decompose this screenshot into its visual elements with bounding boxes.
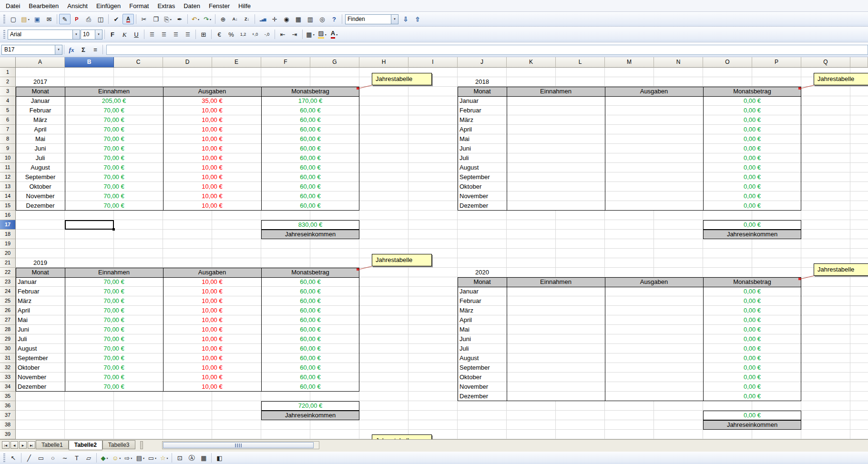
cell-O18[interactable]: Jahreseinkommen <box>703 230 801 239</box>
cell-A7[interactable]: April <box>16 125 65 134</box>
find-replace-button[interactable]: ◉ <box>281 14 292 24</box>
font-name-dropdown-icon[interactable]: ▼ <box>72 30 80 39</box>
cell-D25[interactable]: 10,00 € <box>163 296 261 306</box>
edit-points-button[interactable]: ⊡ <box>174 453 185 463</box>
cell-A5[interactable]: Februar <box>16 106 65 115</box>
navigator-button[interactable]: ✛ <box>269 14 280 24</box>
column-header-m[interactable]: M <box>605 57 654 68</box>
cell-F13[interactable]: 60,00 € <box>261 182 359 192</box>
font-size-dropdown-icon[interactable]: ▼ <box>95 30 102 39</box>
cell-O25[interactable]: 0,00 € <box>703 296 801 306</box>
row-header-6[interactable]: 6 <box>0 115 16 125</box>
row-header-10[interactable]: 10 <box>0 153 16 163</box>
cell-J13[interactable]: Oktober <box>458 182 507 192</box>
merge-cells-button[interactable]: ⊞ <box>198 29 209 40</box>
rectangle-button[interactable]: ▭ <box>35 453 47 463</box>
cell-J35[interactable]: Dezember <box>458 392 507 401</box>
cell-O9[interactable]: 0,00 € <box>703 144 801 153</box>
hyperlink-button[interactable]: ⊕ <box>217 14 229 24</box>
menu-format[interactable]: Format <box>125 1 153 11</box>
decrease-indent-button[interactable]: ⇤ <box>277 29 288 40</box>
cell-K3[interactable]: Einnahmen <box>507 87 605 96</box>
column-header-a[interactable]: A <box>16 57 65 68</box>
print-button[interactable]: ⎙ <box>83 14 94 24</box>
row-header-17[interactable]: 17 <box>0 220 16 230</box>
cell-A32[interactable]: Oktober <box>16 363 65 373</box>
horizontal-scrollbar[interactable] <box>162 441 319 449</box>
cell-D13[interactable]: 10,00 € <box>163 182 261 192</box>
cell-F7[interactable]: 60,00 € <box>261 125 359 134</box>
auto-spellcheck-button[interactable]: A <box>123 14 134 24</box>
row-header-27[interactable]: 27 <box>0 315 16 325</box>
cell-F29[interactable]: 60,00 € <box>261 334 359 344</box>
align-left-button[interactable]: ☰ <box>146 29 158 40</box>
toolbar-grip-icon[interactable] <box>3 454 5 462</box>
open-button[interactable]: ▤▾ <box>20 14 31 24</box>
row-header-37[interactable]: 37 <box>0 411 16 420</box>
toolbar-grip-icon[interactable] <box>3 30 5 39</box>
cell-O5[interactable]: 0,00 € <box>703 106 801 115</box>
cell-F23[interactable]: 60,00 € <box>261 277 359 287</box>
cell-J5[interactable]: Februar <box>458 106 507 115</box>
ellipse-button[interactable]: ○ <box>47 453 59 463</box>
cell-O15[interactable]: 0,00 € <box>703 201 801 211</box>
cell-A13[interactable]: Oktober <box>16 182 65 192</box>
cell-O4[interactable]: 0,00 € <box>703 96 801 106</box>
cell-J22[interactable]: 2020 <box>458 268 507 277</box>
cell-J31[interactable]: August <box>458 353 507 363</box>
cell-A27[interactable]: Mai <box>16 315 65 325</box>
row-header-36[interactable]: 36 <box>0 401 16 411</box>
sort-ascending-button[interactable]: A↓ <box>229 14 241 24</box>
menu-daten[interactable]: Daten <box>179 1 204 11</box>
row-header-25[interactable]: 25 <box>0 296 16 306</box>
row-header-38[interactable]: 38 <box>0 420 16 430</box>
cell-O24[interactable]: 0,00 € <box>703 287 801 296</box>
cell-B12[interactable]: 70,00 € <box>65 172 163 182</box>
menu-hilfe[interactable]: Hilfe <box>234 1 255 11</box>
cell-O6[interactable]: 0,00 € <box>703 115 801 125</box>
cell-A31[interactable]: September <box>16 353 65 363</box>
cell-F4[interactable]: 170,00 € <box>261 96 359 106</box>
sheet-tab-tabelle1[interactable]: Tabelle1 <box>36 440 69 449</box>
menu-datei[interactable]: Datei <box>1 1 24 11</box>
row-header-7[interactable]: 7 <box>0 125 16 134</box>
cell-O13[interactable]: 0,00 € <box>703 182 801 192</box>
cell-J34[interactable]: November <box>458 382 507 392</box>
stars-button[interactable]: ☆▾ <box>158 453 170 463</box>
format-paintbrush-button[interactable]: ✒ <box>174 14 185 24</box>
cell-J7[interactable]: April <box>458 125 507 134</box>
cell-O7[interactable]: 0,00 € <box>703 125 801 134</box>
cell-F27[interactable]: 60,00 € <box>261 315 359 325</box>
spellcheck-button[interactable]: ✔ <box>111 14 122 24</box>
cell-A25[interactable]: März <box>16 296 65 306</box>
cell-F36[interactable]: 720,00 € <box>261 401 359 411</box>
row-header-18[interactable]: 18 <box>0 230 16 239</box>
cell-O28[interactable]: 0,00 € <box>703 325 801 334</box>
cell-F8[interactable]: 60,00 € <box>261 134 359 144</box>
cell-O33[interactable]: 0,00 € <box>703 373 801 382</box>
cell-D28[interactable]: 10,00 € <box>163 325 261 334</box>
text-box-button[interactable]: T <box>71 453 82 463</box>
column-header-e[interactable]: E <box>212 57 261 68</box>
row-header-16[interactable]: 16 <box>0 211 16 220</box>
cell-F34[interactable]: 60,00 € <box>261 382 359 392</box>
cell-J29[interactable]: Juni <box>458 334 507 344</box>
cell-J12[interactable]: September <box>458 172 507 182</box>
font-color-button[interactable]: A▾ <box>328 29 340 40</box>
cell-J2[interactable]: 2018 <box>458 77 507 87</box>
menu-einfgen[interactable]: Einfügen <box>92 1 125 11</box>
row-header-22[interactable]: 22 <box>0 268 16 277</box>
cell-F5[interactable]: 60,00 € <box>261 106 359 115</box>
cell-D33[interactable]: 10,00 € <box>163 373 261 382</box>
fill-handle[interactable] <box>112 228 115 231</box>
cell-D7[interactable]: 10,00 € <box>163 125 261 134</box>
cell-F22[interactable]: Monatsbetrag <box>261 268 359 277</box>
cell-J27[interactable]: April <box>458 315 507 325</box>
align-center-button[interactable]: ☰ <box>158 29 170 40</box>
find-dropdown-icon[interactable]: ▼ <box>391 15 398 24</box>
block-arrows-button[interactable]: ⇨▾ <box>123 453 134 463</box>
cell-A28[interactable]: Juni <box>16 325 65 334</box>
page-preview-button[interactable]: ◫ <box>95 14 106 24</box>
cell-D30[interactable]: 10,00 € <box>163 344 261 353</box>
cell-F32[interactable]: 60,00 € <box>261 363 359 373</box>
